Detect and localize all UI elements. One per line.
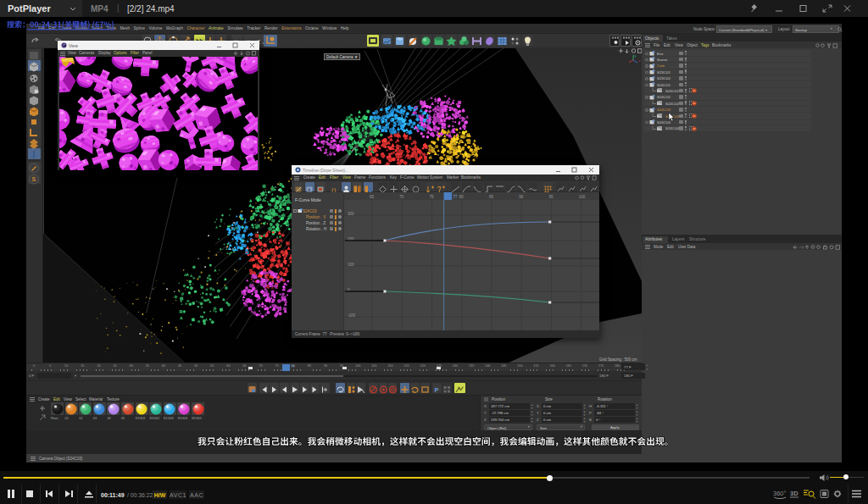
svg-text:65: 65 xyxy=(370,195,375,199)
svg-text:80: 80 xyxy=(459,195,465,199)
svg-text:100: 100 xyxy=(579,195,586,199)
svg-text:100: 100 xyxy=(348,263,354,267)
svg-text:95: 95 xyxy=(549,195,554,199)
svg-text:77: 77 xyxy=(453,195,459,199)
svg-text:300: 300 xyxy=(348,212,354,216)
svg-text:360°: 360° xyxy=(773,490,787,497)
svg-text:90: 90 xyxy=(519,195,524,199)
svg-text:3D: 3D xyxy=(790,490,798,497)
svg-text:85: 85 xyxy=(489,195,494,199)
svg-text:-100: -100 xyxy=(348,313,356,318)
svg-text:75: 75 xyxy=(430,195,435,199)
svg-text:P: P xyxy=(435,386,439,394)
svg-text:S: S xyxy=(32,176,36,182)
svg-text:x: x xyxy=(639,59,641,63)
svg-text:y: y xyxy=(635,54,637,58)
svg-text:70: 70 xyxy=(399,195,404,199)
